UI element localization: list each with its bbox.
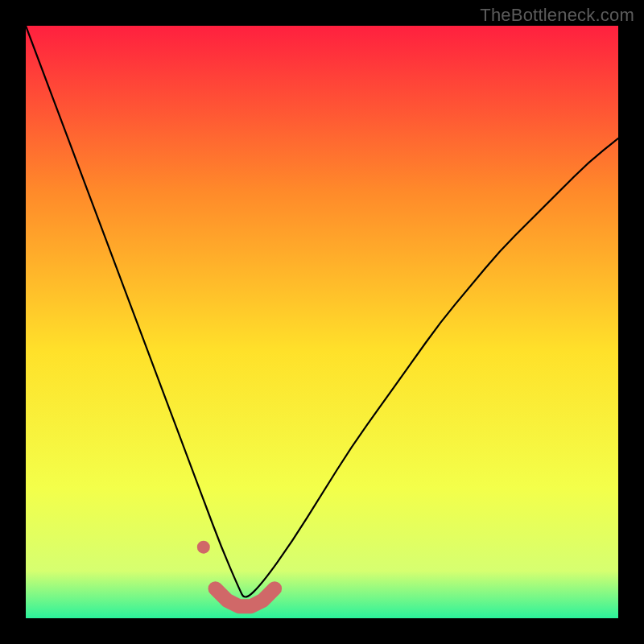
plot-area: [26, 26, 618, 618]
chart-svg: [26, 26, 618, 618]
gradient-background: [26, 26, 618, 618]
watermark-text: TheBottleneck.com: [480, 5, 634, 26]
chart-stage: TheBottleneck.com: [0, 0, 644, 644]
highlight-dot: [197, 541, 210, 554]
